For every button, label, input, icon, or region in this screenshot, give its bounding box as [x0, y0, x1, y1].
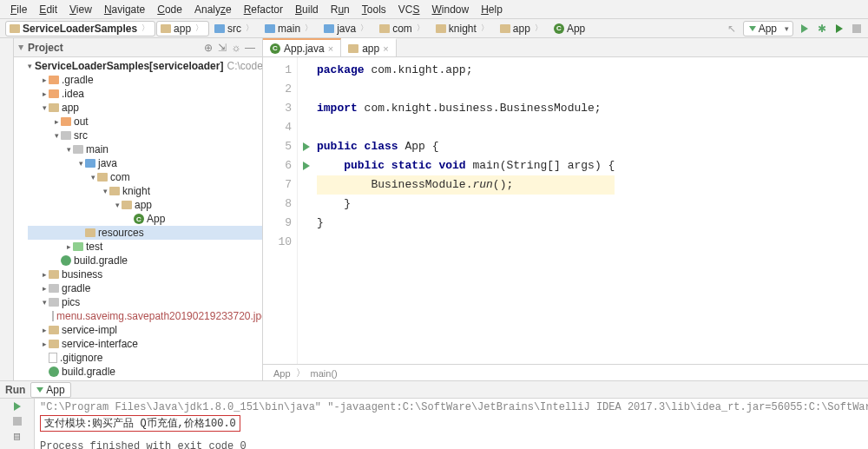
- folder-icon: [85, 228, 95, 237]
- run-gutter: [299, 61, 313, 252]
- menu-edit[interactable]: Edit: [36, 3, 61, 17]
- folder-icon: [161, 24, 171, 33]
- folder-icon: [10, 24, 20, 33]
- line-gutter: 12345678910: [263, 57, 298, 364]
- prev-icon[interactable]: ↖: [726, 23, 738, 35]
- menu-run[interactable]: Run: [327, 3, 353, 17]
- editor: C App.java × app × 12345678910 package c…: [263, 38, 868, 381]
- folder-icon: [49, 298, 59, 307]
- project-tree[interactable]: ▾ServiceLoaderSamples [serviceloader]C:\…: [28, 57, 262, 381]
- folder-icon: [49, 76, 59, 84]
- layout-button[interactable]: ▤: [11, 430, 23, 442]
- hide-icon[interactable]: —: [243, 42, 257, 54]
- console-stdout: 支付模块:购买产品 Q币充值,价格100.0: [40, 415, 240, 432]
- run-tool-label: Run: [5, 384, 25, 396]
- code-body[interactable]: package com.knight.app; import com.knigh…: [298, 57, 615, 364]
- folder-icon: [122, 201, 132, 209]
- folder-icon: [500, 24, 510, 33]
- nav-row: ServiceLoaderSamples 〉 app〉 src〉 main〉 j…: [0, 19, 868, 38]
- project-tool-header: ▸ Project ⊕ ⇲ ☼ —: [14, 38, 262, 57]
- class-icon: C: [554, 23, 564, 34]
- project-sidebar: ▸ Project ⊕ ⇲ ☼ — ▾ServiceLoaderSamples …: [14, 38, 263, 381]
- folder-icon: [49, 103, 59, 112]
- tab-label: App.java: [284, 43, 325, 55]
- folder-icon: [324, 24, 334, 33]
- crumb-com[interactable]: com〉: [375, 21, 431, 36]
- crumb-root-label: ServiceLoaderSamples: [23, 23, 137, 35]
- run-tab-app[interactable]: App: [30, 382, 70, 398]
- menu-navigate[interactable]: Navigate: [101, 3, 148, 17]
- class-icon: C: [134, 214, 144, 224]
- crumb-class[interactable]: App: [273, 368, 291, 379]
- menu-vcs[interactable]: VCS: [395, 3, 424, 17]
- debug-button[interactable]: ✱: [816, 23, 828, 35]
- run-icon: [749, 26, 756, 31]
- console: ▤ "C:\Program Files\Java\jdk1.8.0_151\bi…: [0, 399, 868, 449]
- close-icon[interactable]: ×: [383, 43, 388, 54]
- run-tab-label: App: [46, 384, 64, 396]
- project-tool-title: Project: [28, 42, 201, 54]
- coverage-button[interactable]: [833, 23, 845, 35]
- chevron-icon: 〉: [296, 366, 306, 380]
- menu-code[interactable]: Code: [154, 3, 186, 17]
- crumb-java[interactable]: java〉: [319, 21, 374, 36]
- crumb-src[interactable]: src〉: [210, 21, 260, 36]
- tab-label: app: [362, 43, 379, 55]
- close-icon[interactable]: ×: [328, 43, 333, 54]
- folder-icon: [49, 340, 59, 348]
- crumb-knight[interactable]: knight〉: [431, 21, 495, 36]
- collapse-icon[interactable]: ▸: [16, 45, 28, 50]
- crumb-root[interactable]: ServiceLoaderSamples 〉: [5, 21, 155, 36]
- code-area[interactable]: 12345678910 package com.knight.app; impo…: [263, 57, 868, 364]
- editor-tabs: C App.java × app ×: [263, 38, 868, 57]
- menu-file[interactable]: File: [7, 3, 30, 17]
- run-config-selector[interactable]: App: [743, 21, 793, 36]
- folder-icon: [265, 24, 275, 33]
- console-toolbar: ▤: [0, 399, 35, 449]
- folder-icon: [85, 159, 95, 168]
- menu-window[interactable]: Window: [428, 3, 472, 17]
- run-button[interactable]: [799, 23, 811, 35]
- tab-app-folder[interactable]: app ×: [341, 38, 396, 56]
- folder-icon: [61, 131, 71, 140]
- folder-icon: [379, 24, 390, 33]
- menu-analyze[interactable]: Analyze: [191, 3, 235, 17]
- toolbar-right: ↖ App ✱: [726, 21, 863, 36]
- menu-tools[interactable]: Tools: [358, 3, 390, 17]
- folder-icon: [348, 44, 358, 53]
- chevron-icon: 〉: [140, 23, 151, 34]
- folder-icon: [49, 326, 59, 334]
- console-output[interactable]: "C:\Program Files\Java\jdk1.8.0_151\bin\…: [35, 399, 868, 449]
- menu-view[interactable]: View: [66, 3, 95, 17]
- gradle-icon: [61, 255, 71, 266]
- file-icon: [49, 353, 57, 363]
- class-icon: C: [270, 43, 280, 54]
- folder-icon: [436, 24, 446, 33]
- crumb-class[interactable]: CApp: [549, 21, 589, 36]
- crumb-main[interactable]: main〉: [260, 21, 319, 36]
- crumb-app[interactable]: app〉: [156, 21, 209, 36]
- crumb-app-pkg[interactable]: app〉: [496, 21, 549, 36]
- menubar: File Edit View Navigate Code Analyze Ref…: [0, 0, 868, 19]
- folder-icon: [73, 145, 83, 154]
- menu-help[interactable]: Help: [477, 3, 506, 17]
- run-icon: [36, 387, 43, 393]
- folder-icon: [49, 89, 59, 98]
- rerun-button[interactable]: [11, 400, 23, 413]
- collapse-all-icon[interactable]: ⇲: [215, 42, 229, 54]
- crumb-method[interactable]: main(): [311, 368, 338, 379]
- run-config-label: App: [759, 23, 777, 35]
- menu-build[interactable]: Build: [292, 3, 322, 17]
- folder-icon: [97, 173, 108, 182]
- settings-icon[interactable]: ⊕: [201, 42, 215, 54]
- run-tool-tabs: Run App: [0, 381, 868, 399]
- folder-icon: [49, 270, 59, 279]
- tab-app-java[interactable]: C App.java ×: [263, 38, 341, 56]
- gear-icon[interactable]: ☼: [229, 42, 243, 54]
- folder-icon: [73, 242, 83, 251]
- console-command: "C:\Program Files\Java\jdk1.8.0_151\bin\…: [40, 401, 863, 413]
- stop-button[interactable]: [851, 23, 863, 35]
- stop-button[interactable]: [11, 415, 23, 427]
- folder-icon: [214, 24, 225, 33]
- menu-refactor[interactable]: Refactor: [240, 3, 286, 17]
